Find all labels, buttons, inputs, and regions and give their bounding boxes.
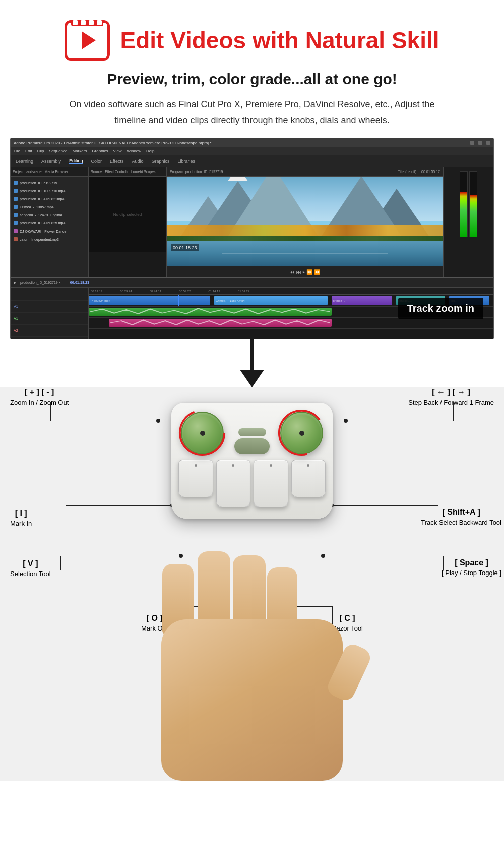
vu-right: [469, 171, 477, 237]
project-row-3: production_ID_4763821mp4: [12, 195, 87, 203]
project-row-6: production_ID_4760825.mp4: [12, 219, 87, 227]
workspace-assembly[interactable]: Assembly: [41, 159, 61, 164]
timeline-section: ▶ production_ID_5192719 × 00:01:18:23 V1…: [11, 278, 493, 339]
vu-meter-container: [444, 167, 493, 241]
project-row-7: DJ OKAWARI - Flower Dance: [12, 227, 87, 235]
landscape-scene: [167, 177, 443, 266]
menu-sequence[interactable]: Sequence: [49, 149, 67, 153]
workspace-audio[interactable]: Audio: [132, 159, 143, 164]
workspace-learning[interactable]: Learning: [16, 159, 33, 164]
arrow-shaft: [250, 339, 254, 370]
play-icon: [82, 31, 96, 49]
clip-v1-3[interactable]: crimea_...: [332, 296, 392, 305]
menu-edit[interactable]: Edit: [25, 149, 32, 153]
file-icon-3: [14, 197, 18, 201]
menu-markers[interactable]: Markers: [73, 149, 87, 153]
track-vis-area: 00:14:13 00:29:24 00:44:11 00:59:22 01:1…: [89, 288, 493, 339]
file-name-5: sengoku_-_12479_Original: [20, 213, 62, 217]
file-name-1: production_ID_5192719: [20, 181, 57, 185]
menu-view[interactable]: View: [113, 149, 121, 153]
timecode-overlay: 00:01:18:23: [171, 244, 199, 251]
source-monitor: Source Effect Controls Lumetri Scopes No…: [89, 167, 167, 277]
right-knob[interactable]: [280, 412, 323, 454]
dot-bot-left: [179, 554, 183, 558]
hand-base: [116, 569, 388, 781]
svg-point-1: [279, 411, 324, 455]
vu-bar-right: [470, 195, 477, 237]
workspace-libraries[interactable]: Libraries: [178, 159, 196, 164]
key-right[interactable]: [291, 460, 326, 497]
dot-top-left: [156, 419, 160, 423]
audio-clip-a2[interactable]: [109, 319, 332, 327]
maximize-button[interactable]: [478, 141, 482, 145]
waveform-svg: [90, 308, 330, 316]
menu-graphics[interactable]: Graphics: [92, 149, 108, 153]
knobs-row: [178, 412, 326, 454]
left-knob[interactable]: [181, 412, 224, 454]
key-center-right[interactable]: [254, 460, 288, 507]
line-bot-right-h: [325, 556, 444, 556]
annotation-zoom: [ + ] [ - ] Zoom In / Zoom Out: [10, 387, 69, 407]
space-key: [ Space ]: [442, 558, 501, 568]
menu-window[interactable]: Window: [127, 149, 141, 153]
track-ruler-label: [11, 289, 88, 301]
file-icon-6: [14, 221, 18, 225]
line-bot-left-h: [60, 556, 179, 556]
project-tab-bar: Project: landscape Media Browser: [11, 167, 88, 177]
timeline-sequence-tab[interactable]: production_ID_5192719 ×: [20, 281, 61, 284]
panels-top: Project: landscape Media Browser product…: [11, 167, 493, 278]
effect-controls-tab[interactable]: Effect Controls: [105, 170, 128, 174]
key-center-left[interactable]: [216, 460, 251, 507]
menu-file[interactable]: File: [14, 149, 20, 153]
center-button[interactable]: [234, 438, 270, 454]
project-row-1: production_ID_5192719: [12, 179, 87, 187]
annotation-track-select: [ Shift+A ] Track Select Backward Tool: [421, 507, 501, 527]
line-mid-left-v: [66, 505, 66, 521]
svg-point-0: [180, 411, 224, 455]
workspace-color[interactable]: Color: [91, 159, 102, 164]
step-key: [ ← ] [ → ]: [408, 387, 494, 398]
notch-1: [73, 20, 78, 25]
video-preview-area: 00:01:18:23: [167, 177, 443, 266]
menu-help[interactable]: Help: [146, 149, 154, 153]
notch-4: [97, 20, 102, 25]
workspace-effects[interactable]: Effects: [110, 159, 123, 164]
page-wrapper: Edit Videos with Natural Skill Preview, …: [0, 0, 504, 781]
file-icon-2: [14, 189, 18, 193]
project-tab[interactable]: Project: landscape: [13, 170, 42, 174]
clip-v1-1[interactable]: _47e3824.mp4: [89, 296, 210, 305]
timeline-top-bar: ▶ production_ID_5192719 × 00:01:18:23: [11, 278, 493, 288]
key-left[interactable]: [178, 460, 213, 497]
file-name-4: Crimea_-_13857.mp4: [20, 205, 54, 209]
project-panel: Project: landscape Media Browser product…: [11, 167, 89, 277]
timeline-timecode: 00:01:18:23: [70, 281, 89, 284]
close-button[interactable]: [486, 141, 490, 145]
timeline-ruler: 00:14:13 00:29:24 00:44:11 00:59:22 01:1…: [89, 288, 493, 295]
vu-meters: [446, 171, 491, 237]
workspace-editing[interactable]: Editing: [69, 158, 83, 164]
source-tab[interactable]: Source: [91, 170, 102, 174]
minimize-button[interactable]: [470, 141, 474, 145]
audio-meter-panel: [443, 167, 493, 277]
track-v1-label: V1: [11, 301, 88, 313]
workspace-graphics[interactable]: Graphics: [151, 159, 169, 164]
right-knob-arc-svg: [277, 409, 326, 457]
vu-bar-left: [460, 192, 467, 237]
clip-v1-2[interactable]: Crimea_-_13857.mp4: [214, 296, 328, 305]
device-annotations-section: [ + ] [ - ] Zoom In / Zoom Out [ ← ] [ →…: [0, 387, 504, 781]
menu-clip[interactable]: Clip: [37, 149, 44, 153]
media-browser-tab[interactable]: Media Browser: [45, 170, 69, 174]
lumetri-tab[interactable]: Lumetri Scopes: [131, 170, 156, 174]
file-icon-4: [14, 205, 18, 209]
track-a2-label: A2: [11, 325, 88, 337]
timecode-display: Title (ne dit): [398, 170, 416, 174]
program-monitor: Program: production_ID_5192719 Title (ne…: [167, 167, 443, 277]
playhead: [178, 295, 179, 306]
project-row-4: Crimea_-_13857.mp4: [12, 203, 87, 211]
track-names-panel: V1 A1 A2: [11, 288, 89, 339]
audio-clip-a1[interactable]: [89, 308, 332, 316]
time-1: 00:14:13: [91, 290, 102, 293]
dot-bot-right: [321, 554, 325, 558]
vu-left: [460, 171, 468, 237]
zoom-desc: Zoom In / Zoom Out: [10, 398, 69, 407]
